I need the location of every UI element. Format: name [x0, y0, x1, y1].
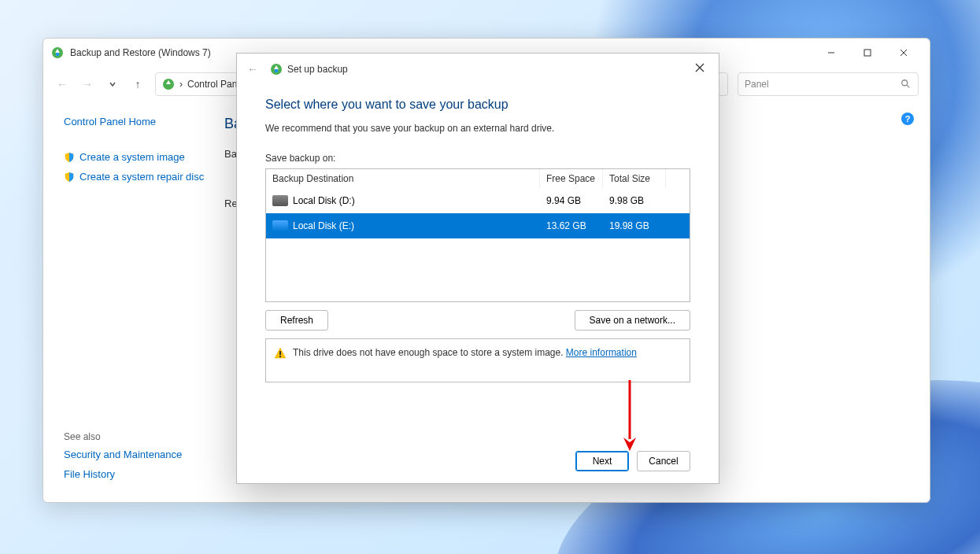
drive-table: Backup Destination Free Space Total Size… [265, 168, 690, 302]
drive-icon [272, 195, 288, 206]
nav-back-button[interactable]: ← [54, 76, 70, 92]
save-backup-label: Save backup on: [265, 153, 690, 164]
drive-free: 9.94 GB [540, 195, 603, 206]
nav-up-button[interactable]: ↑ [130, 76, 146, 92]
nav-recent-dropdown[interactable] [105, 76, 120, 92]
sidebar-create-repair-disc[interactable]: Create a system repair disc [64, 171, 209, 183]
warning-box: This drive does not have enough space to… [265, 338, 690, 382]
dialog-title: Set up backup [287, 64, 712, 75]
close-button[interactable] [886, 40, 922, 65]
svg-rect-3 [864, 50, 871, 56]
next-button[interactable]: Next [575, 451, 629, 471]
warning-text: This drive does not have enough space to… [293, 347, 566, 358]
warning-icon [274, 347, 287, 360]
drive-total: 9.98 GB [603, 195, 666, 206]
more-information-link[interactable]: More information [566, 347, 637, 358]
col-header-destination[interactable]: Backup Destination [266, 169, 540, 188]
sidebar-create-system-image[interactable]: Create a system image [64, 151, 209, 163]
nav-forward-button[interactable]: → [80, 76, 95, 92]
table-header: Backup Destination Free Space Total Size [266, 169, 690, 188]
drive-row[interactable]: Local Disk (E:)13.62 GB19.98 GB [266, 213, 690, 238]
refresh-button[interactable]: Refresh [265, 310, 328, 331]
svg-line-8 [907, 85, 910, 88]
dialog-back-button[interactable]: ← [243, 60, 262, 79]
drive-icon [272, 220, 288, 231]
sidebar-control-panel-home[interactable]: Control Panel Home [64, 116, 209, 127]
help-icon[interactable]: ? [901, 113, 914, 125]
dialog-close-button[interactable] [684, 55, 716, 80]
svg-rect-14 [279, 356, 281, 357]
dialog-heading: Select where you want to save your backu… [265, 98, 690, 112]
minimize-button[interactable] [813, 40, 849, 65]
sidebar: Control Panel Home Create a system image… [43, 102, 209, 502]
breadcrumb-separator: › [179, 79, 183, 90]
drive-row[interactable]: Local Disk (D:)9.94 GB9.98 GB [266, 188, 690, 213]
col-header-spacer [666, 169, 690, 188]
drive-total: 19.98 GB [603, 220, 666, 231]
svg-rect-1 [56, 53, 59, 56]
shield-icon [64, 152, 75, 163]
backup-restore-icon [51, 46, 64, 59]
search-placeholder: Panel [745, 79, 769, 90]
dialog-subtext: We recommend that you save your backup o… [265, 123, 690, 134]
svg-rect-13 [279, 351, 281, 355]
search-icon [900, 79, 912, 90]
backup-icon [270, 63, 283, 76]
sidebar-security-maintenance[interactable]: Security and Maintenance [64, 449, 209, 460]
search-input[interactable]: Panel [738, 72, 919, 96]
sidebar-file-history[interactable]: File History [64, 468, 209, 480]
maximize-button[interactable] [849, 40, 886, 65]
see-also-label: See also [64, 431, 209, 442]
close-icon [695, 63, 704, 72]
backup-restore-icon [162, 78, 175, 90]
drive-free: 13.62 GB [540, 220, 603, 231]
col-header-free[interactable]: Free Space [540, 169, 603, 188]
drive-name: Local Disk (E:) [293, 220, 354, 231]
breadcrumb-segment[interactable]: Control Pan [187, 79, 237, 90]
setup-backup-dialog: ← Set up backup Select where you want to… [236, 53, 719, 484]
shield-icon [64, 172, 75, 183]
save-on-network-button[interactable]: Save on a network... [575, 310, 690, 331]
svg-rect-10 [275, 69, 278, 72]
svg-point-7 [902, 80, 908, 86]
dialog-titlebar[interactable]: ← Set up backup [237, 54, 719, 85]
cancel-button[interactable]: Cancel [637, 451, 690, 471]
col-header-total[interactable]: Total Size [603, 169, 666, 188]
drive-name: Local Disk (D:) [293, 195, 355, 206]
dialog-footer: Next Cancel [237, 439, 719, 483]
